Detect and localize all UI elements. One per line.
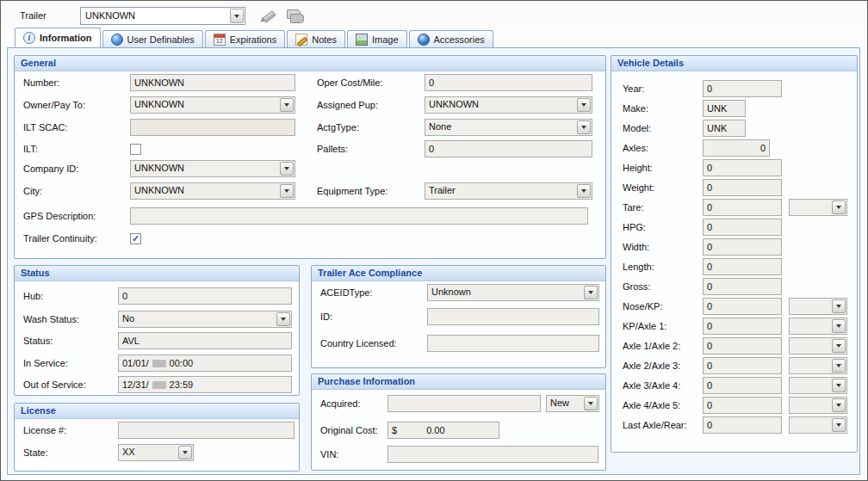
make-field[interactable]: UNK: [703, 100, 746, 117]
tare-unit-combo[interactable]: [789, 199, 847, 216]
length-field[interactable]: 0: [703, 258, 782, 275]
kp-axle-1-field[interactable]: 0: [703, 318, 782, 335]
acquired-mode-combo[interactable]: New: [546, 395, 599, 412]
axle-3-axle-4-field[interactable]: 0: [703, 377, 782, 394]
info-icon: [23, 32, 35, 44]
license-number-field[interactable]: [118, 422, 294, 439]
edit-pencil-icon[interactable]: [260, 8, 279, 24]
axle-2-axle-3-field[interactable]: 0: [703, 357, 782, 374]
dropdown-button[interactable]: [584, 286, 598, 299]
axle-2-axle-3-unit-combo[interactable]: [789, 357, 847, 374]
dropdown-button[interactable]: [832, 339, 846, 353]
tare-field[interactable]: 0: [703, 199, 782, 216]
original-cost-field[interactable]: $ 0.00: [388, 422, 499, 439]
tab-strip: InformationUser DefinablesExpirationsNot…: [15, 28, 493, 47]
axle-4-axle-5-field[interactable]: 0: [703, 397, 782, 414]
last-axle-rear-unit-combo[interactable]: [789, 416, 847, 434]
dropdown-button[interactable]: [577, 184, 591, 198]
vehicle-row-height: Height:0: [623, 159, 852, 176]
year-field[interactable]: 0: [703, 80, 782, 97]
tab-label: Image: [372, 34, 399, 45]
oper-cost-field[interactable]: 0: [425, 74, 592, 91]
vehicle-row-length: Length:0: [623, 258, 852, 275]
dropdown-button[interactable]: [577, 120, 591, 134]
row-country-licensed: Country Licensed:: [320, 335, 600, 352]
axle-1-axle-2-field[interactable]: 0: [703, 337, 782, 355]
trailer-continuity-checkbox[interactable]: ✓: [130, 233, 141, 244]
out-of-service-label: Out of Service:: [23, 379, 118, 390]
dropdown-button[interactable]: [280, 162, 294, 176]
vehicle-rows: Year:0Make:UNKModel:UNKAxles:0Height:0We…: [611, 71, 857, 452]
pallets-field[interactable]: 0: [425, 140, 592, 157]
city-combo[interactable]: UNKNOWN: [130, 182, 295, 200]
country-licensed-field[interactable]: [427, 335, 599, 352]
axles-field[interactable]: 0: [703, 139, 770, 157]
axle-3-axle-4-unit-combo[interactable]: [789, 377, 847, 394]
axle-4-axle-5-unit-combo[interactable]: [789, 397, 847, 414]
assigned-pup-combo[interactable]: UNKNOWN: [425, 96, 592, 114]
nose-kp-field[interactable]: 0: [703, 298, 782, 315]
ilt-scac-field[interactable]: [130, 119, 295, 136]
number-field[interactable]: UNKNOWN: [130, 74, 295, 91]
row-ilt: ILT: Pallets: 0: [23, 140, 600, 157]
dropdown-button[interactable]: [178, 446, 192, 459]
tab-information[interactable]: Information: [15, 28, 101, 47]
acquired-field[interactable]: [388, 395, 541, 412]
out-of-service-field[interactable]: 12/31/ 23:59: [118, 376, 292, 393]
chevron-down-icon: [588, 291, 593, 294]
nose-kp-unit-combo[interactable]: [789, 298, 847, 315]
height-field[interactable]: 0: [703, 159, 782, 176]
tags-icon[interactable]: [286, 8, 305, 24]
company-id-combo[interactable]: UNKNOWN: [130, 160, 295, 177]
dropdown-button[interactable]: [832, 398, 846, 412]
vehicle-row-axle-3-axle-4: Axle 3/Axle 4:0: [623, 377, 852, 394]
chevron-down-icon: [836, 404, 841, 407]
kp-axle-1-unit-combo[interactable]: [789, 318, 847, 335]
vin-field[interactable]: [388, 446, 598, 463]
aceid-type-combo[interactable]: Unknown: [427, 284, 599, 301]
vehicle-row-axle-1-axle-2: Axle 1/Axle 2:0: [623, 337, 852, 355]
hub-field[interactable]: 0: [118, 287, 292, 305]
status-field[interactable]: AVL: [118, 332, 292, 349]
row-owner: Owner/Pay To: UNKNOWN Assigned Pup: UNKN…: [23, 96, 600, 114]
tab-notes[interactable]: Notes: [287, 30, 345, 47]
ilt-checkbox[interactable]: [130, 144, 141, 155]
tab-image[interactable]: Image: [347, 30, 407, 47]
axle-1-axle-2-unit-combo[interactable]: [789, 337, 847, 355]
gps-description-field[interactable]: [130, 207, 588, 225]
dropdown-button[interactable]: [832, 379, 846, 392]
dropdown-button[interactable]: [584, 397, 598, 410]
hpg-field[interactable]: 0: [703, 219, 782, 236]
actg-type-combo[interactable]: None: [425, 119, 592, 136]
owner-combo[interactable]: UNKNOWN: [130, 96, 295, 114]
wash-status-combo[interactable]: No: [118, 311, 292, 328]
dropdown-button[interactable]: [832, 418, 846, 432]
dropdown-button[interactable]: [832, 299, 846, 313]
status-label: Status:: [23, 336, 118, 346]
ilt-label: ILT:: [23, 144, 130, 154]
dropdown-button[interactable]: [280, 184, 294, 198]
app-window: Trailer UNKNOWN InformationUser Definabl…: [0, 0, 868, 481]
in-service-field[interactable]: 01/01/ 00:00: [118, 355, 292, 372]
dropdown-button[interactable]: [280, 98, 294, 112]
dropdown-button[interactable]: [832, 359, 846, 373]
dropdown-button[interactable]: [577, 98, 591, 112]
width-field[interactable]: 0: [703, 238, 782, 256]
equipment-type-combo[interactable]: Trailer: [425, 182, 592, 200]
trailer-combo-dropdown-button[interactable]: [230, 9, 244, 23]
trailer-combo[interactable]: UNKNOWN: [80, 7, 245, 25]
weight-field[interactable]: 0: [703, 179, 782, 196]
dropdown-button[interactable]: [832, 200, 846, 214]
dropdown-button[interactable]: [276, 312, 290, 326]
ace-id-field[interactable]: [427, 308, 599, 325]
dropdown-button[interactable]: [832, 319, 846, 333]
license-state-combo[interactable]: XX: [118, 444, 194, 461]
gross-field[interactable]: 0: [703, 278, 782, 295]
model-field[interactable]: UNK: [703, 120, 746, 137]
tab-accessories[interactable]: Accessories: [409, 30, 493, 47]
width-label: Width:: [623, 242, 703, 252]
tab-user-definables[interactable]: User Definables: [102, 30, 203, 47]
tab-expirations[interactable]: Expirations: [205, 30, 285, 47]
last-axle-rear-field[interactable]: 0: [703, 416, 782, 434]
city-combo-value: UNKNOWN: [134, 185, 278, 195]
